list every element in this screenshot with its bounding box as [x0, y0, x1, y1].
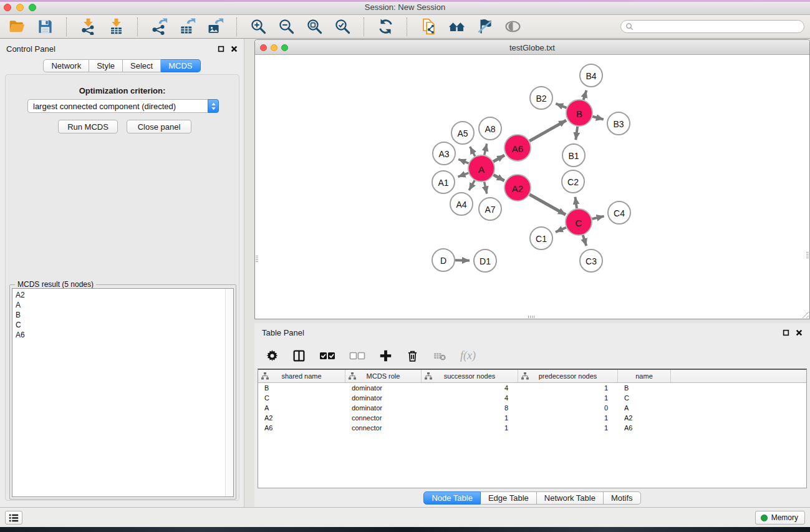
float-table-panel-icon[interactable]	[783, 329, 789, 336]
edge-C-C3[interactable]	[583, 235, 587, 246]
cell-shared-name: B	[258, 384, 345, 392]
tab-network-table[interactable]: Network Table	[537, 491, 604, 505]
main-toolbar	[0, 15, 810, 39]
result-item[interactable]: A2	[12, 289, 233, 300]
close-panel-button[interactable]: Close panel	[127, 120, 191, 133]
run-mcds-button[interactable]: Run MCDS	[58, 120, 118, 133]
edge-A-A6[interactable]	[493, 155, 504, 162]
save-session-button[interactable]	[36, 17, 54, 36]
criterion-dropdown[interactable]: largest connected component (directed)	[27, 99, 219, 113]
edge-A-A5[interactable]	[470, 147, 475, 156]
split-table-button[interactable]	[292, 347, 306, 364]
tab-style[interactable]: Style	[89, 59, 123, 72]
memory-button[interactable]: Memory	[755, 511, 805, 525]
bottom-edge-grip[interactable]	[528, 316, 535, 318]
memory-label: Memory	[771, 513, 798, 522]
edge-A-A7[interactable]	[485, 182, 487, 194]
hide-selected-button[interactable]	[475, 17, 494, 36]
criterion-value: largest connected component (directed)	[28, 102, 208, 111]
tab-network[interactable]: Network	[43, 59, 89, 72]
control-panel: Control Panel NetworkStyleSelectMCDS Opt…	[0, 39, 244, 507]
right-edge-grip[interactable]	[806, 252, 809, 259]
column-header-successor-nodes[interactable]: successor nodes	[422, 370, 518, 382]
zoom-fit-button[interactable]	[305, 17, 324, 36]
table-panel-title: Table Panel	[262, 328, 304, 337]
open-file-button[interactable]	[7, 17, 26, 36]
column-header-mcds-role[interactable]: MCDS role	[345, 370, 422, 382]
table-row[interactable]: A6connector11A6	[258, 423, 806, 433]
table-row[interactable]: A2connector11A2	[258, 413, 806, 423]
node-label-C2: C2	[567, 177, 579, 187]
edge-C-C2[interactable]	[575, 197, 577, 208]
column-settings-button[interactable]	[266, 347, 279, 364]
select-all-columns-button[interactable]	[319, 347, 335, 364]
cell-successor-nodes: 4	[422, 394, 518, 402]
result-item[interactable]: C	[12, 320, 233, 330]
tab-edge-table[interactable]: Edge Table	[481, 491, 537, 505]
float-panel-icon[interactable]	[218, 46, 224, 52]
edge-B-B4[interactable]	[584, 90, 587, 100]
edge-B-B2[interactable]	[556, 104, 566, 108]
edge-C-C1[interactable]	[556, 228, 566, 232]
mcds-panel: Optimization criterion: largest connecte…	[5, 74, 239, 501]
column-header-predecessor-nodes[interactable]: predecessor nodes	[518, 370, 618, 382]
tab-select[interactable]: Select	[123, 59, 161, 72]
table-row[interactable]: Adominator80A	[258, 403, 806, 413]
edge-C-C4[interactable]	[592, 216, 604, 219]
zoom-selected-button[interactable]	[333, 17, 352, 36]
unselect-all-columns-button[interactable]	[349, 347, 365, 364]
import-network-button[interactable]	[79, 17, 97, 36]
clone-network-button[interactable]	[419, 17, 438, 36]
edge-A-A4[interactable]	[469, 180, 475, 190]
export-table-button[interactable]	[178, 17, 196, 36]
result-item[interactable]: B	[12, 310, 233, 320]
edge-A-A1[interactable]	[458, 173, 469, 177]
edge-A6-B[interactable]	[529, 120, 566, 141]
delete-columns-button[interactable]	[406, 347, 419, 364]
mcds-result-list[interactable]: A2ABCA6	[12, 288, 234, 497]
network-window-titlebar[interactable]: testGlobe.txt	[255, 40, 809, 55]
export-network-button[interactable]	[150, 17, 168, 36]
mcds-result-title: MCDS result (5 nodes)	[15, 280, 96, 289]
list-scrollbar[interactable]	[225, 289, 233, 496]
search-field[interactable]	[620, 20, 804, 33]
import-table-button[interactable]	[107, 17, 125, 36]
close-panel-icon[interactable]	[231, 46, 238, 52]
node-label-A2: A2	[512, 183, 523, 194]
edge-A-A3[interactable]	[458, 159, 468, 163]
node-label-C4: C4	[614, 208, 625, 218]
task-history-button[interactable]	[5, 511, 22, 525]
refresh-view-button[interactable]	[376, 17, 395, 36]
search-input[interactable]	[634, 21, 804, 32]
edge-B-B3[interactable]	[592, 117, 604, 120]
edge-B-B1[interactable]	[576, 127, 577, 140]
tab-node-table[interactable]: Node Table	[423, 491, 481, 505]
column-header-name[interactable]: name	[618, 370, 671, 382]
toolbar-separator	[66, 17, 67, 36]
create-column-button[interactable]	[379, 347, 392, 364]
export-image-button[interactable]	[206, 17, 224, 36]
zoom-in-button[interactable]	[249, 17, 268, 36]
network-graph[interactable]: AA1A2A3A4A5A6A7A8BB1B2B3B4CC1C2C3C4DD1	[255, 55, 809, 319]
first-neighbors-button[interactable]	[447, 17, 466, 36]
left-edge-grip[interactable]	[256, 256, 258, 263]
table-row[interactable]: Bdominator41B	[258, 383, 806, 393]
edge-A2-C[interactable]	[529, 195, 566, 215]
show-all-button[interactable]	[503, 17, 522, 36]
column-header-shared-name[interactable]: shared name	[258, 370, 345, 382]
result-item[interactable]: A	[12, 300, 233, 310]
zoom-out-button[interactable]	[277, 17, 296, 36]
result-item[interactable]: A6	[12, 330, 233, 340]
node-label-A1: A1	[438, 178, 448, 188]
tab-mcds[interactable]: MCDS	[161, 59, 200, 72]
node-label-B2: B2	[536, 94, 546, 104]
network-canvas[interactable]: AA1A2A3A4A5A6A7A8BB1B2B3B4CC1C2C3C4DD1	[255, 55, 809, 319]
edge-A-A2[interactable]	[493, 175, 504, 180]
cell-name: A6	[618, 424, 671, 432]
tab-motifs[interactable]: Motifs	[604, 491, 641, 505]
hierarchy-icon	[521, 372, 529, 380]
table-row[interactable]: Cdominator41C	[258, 393, 806, 403]
toolbar-separator	[137, 17, 138, 36]
close-table-panel-icon[interactable]	[796, 329, 803, 336]
edge-A-A8[interactable]	[485, 143, 487, 155]
